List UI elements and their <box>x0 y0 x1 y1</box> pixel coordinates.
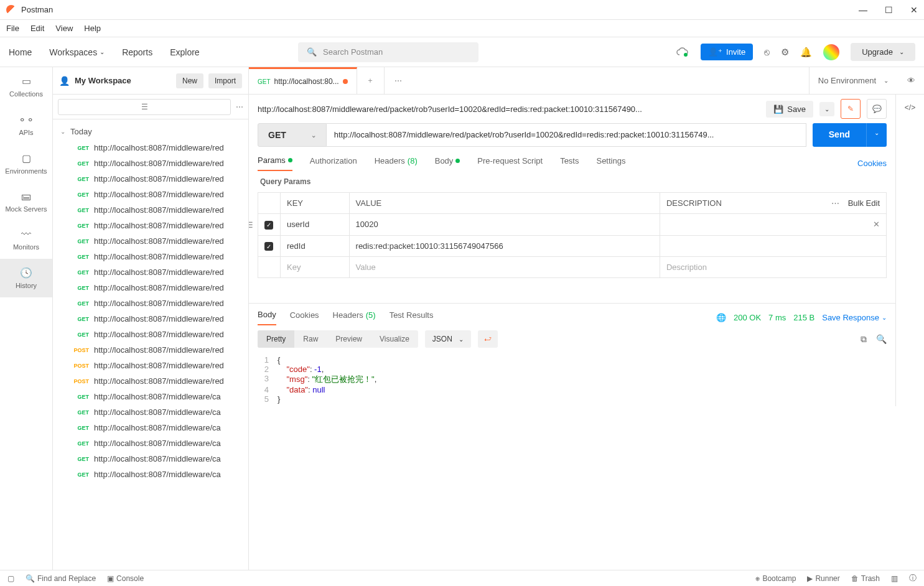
request-name[interactable]: http://localhost:8087/middleware/red/pac… <box>258 105 760 114</box>
param-key-placeholder[interactable]: Key <box>281 257 350 278</box>
import-button[interactable]: Import <box>208 73 242 88</box>
menu-edit[interactable]: Edit <box>30 24 44 33</box>
cookies-link[interactable]: Cookies <box>857 159 887 168</box>
history-item[interactable]: POSThttp://localhost:8087/middleware/red <box>53 358 248 373</box>
save-response-button[interactable]: Save Response⌄ <box>822 313 887 322</box>
upgrade-button[interactable]: Upgrade⌄ <box>851 43 915 61</box>
workspace-name[interactable]: My Workspace <box>75 76 171 85</box>
bulk-edit-link[interactable]: Bulk Edit <box>848 198 880 208</box>
notifications-icon[interactable]: 🔔 <box>800 47 812 58</box>
sync-icon[interactable] <box>676 45 689 59</box>
menu-file[interactable]: File <box>6 24 19 33</box>
param-row-empty[interactable]: Key Value Description <box>258 257 887 278</box>
param-key[interactable]: userId <box>281 214 350 236</box>
history-item[interactable]: GEThttp://localhost:8087/middleware/red <box>53 218 248 233</box>
new-button[interactable]: New <box>176 73 203 88</box>
history-item[interactable]: GEThttp://localhost:8087/middleware/red <box>53 171 248 187</box>
param-desc[interactable]: ✕ <box>660 214 886 236</box>
tab-more-button[interactable]: ⋯ <box>385 67 412 94</box>
param-value-placeholder[interactable]: Value <box>349 257 660 278</box>
user-avatar[interactable] <box>823 44 839 60</box>
method-selector[interactable]: GET⌄ <box>258 123 327 147</box>
network-icon[interactable]: 🌐 <box>716 313 726 322</box>
sidebar-apis[interactable]: ⚬⚬APIs <box>0 106 52 144</box>
code-icon[interactable]: </> <box>905 103 915 112</box>
history-item[interactable]: GEThttp://localhost:8087/middleware/ca <box>53 404 248 420</box>
history-item[interactable]: GEThttp://localhost:8087/middleware/red <box>53 140 248 156</box>
sidebar-collections[interactable]: ▭Collections <box>0 67 52 106</box>
history-item[interactable]: GEThttp://localhost:8087/middleware/ca <box>53 451 248 467</box>
history-item[interactable]: GEThttp://localhost:8087/middleware/red <box>53 202 248 218</box>
nav-reports[interactable]: Reports <box>122 47 152 57</box>
delete-icon[interactable]: ✕ <box>873 220 880 229</box>
trash[interactable]: 🗑Trash <box>851 573 880 584</box>
menu-help[interactable]: Help <box>84 24 101 33</box>
param-value[interactable]: redis:red:packet:10010:31156749047566 <box>349 235 660 257</box>
sidebar-history[interactable]: 🕓History <box>0 259 52 297</box>
save-button[interactable]: 💾Save <box>766 101 813 118</box>
wrap-lines-icon[interactable]: ⮐ <box>478 330 498 348</box>
maximize-icon[interactable]: ☐ <box>885 5 893 15</box>
two-pane-icon[interactable]: ▥ <box>891 573 898 584</box>
format-selector[interactable]: JSON⌄ <box>425 330 471 348</box>
invite-button[interactable]: 👤⁺Invite <box>701 44 753 60</box>
tab-headers[interactable]: Headers (8) <box>375 156 418 170</box>
send-button[interactable]: Send <box>813 123 866 147</box>
param-row[interactable]: ☰✓ userId 10020 ✕ <box>258 214 887 236</box>
nav-home[interactable]: Home <box>9 47 32 57</box>
request-tab[interactable]: GET http://localhost:80... <box>249 67 357 94</box>
view-preview[interactable]: Preview <box>327 330 371 348</box>
console[interactable]: ▣Console <box>107 574 144 583</box>
tab-params[interactable]: Params <box>258 156 292 171</box>
history-list[interactable]: ⌄ Today GEThttp://localhost:8087/middlew… <box>53 119 248 570</box>
param-desc[interactable] <box>660 235 886 257</box>
tab-settings[interactable]: Settings <box>596 156 625 170</box>
tab-body[interactable]: Body <box>435 156 460 170</box>
save-dropdown[interactable]: ⌄ <box>819 102 834 116</box>
settings-icon[interactable]: ⚙ <box>781 47 789 58</box>
environment-selector[interactable]: No Environment ⌄ 👁 <box>809 67 924 94</box>
help-icon[interactable]: ⓘ <box>909 573 917 584</box>
response-body[interactable]: 1{ 2 "code": -1, 3 "msg": "红包已被抢完！", 4 "… <box>249 353 895 406</box>
history-item[interactable]: GEThttp://localhost:8087/middleware/red <box>53 295 248 311</box>
history-item[interactable]: GEThttp://localhost:8087/middleware/ca <box>53 420 248 435</box>
search-response-icon[interactable]: 🔍 <box>876 334 887 344</box>
history-item[interactable]: GEThttp://localhost:8087/middleware/red <box>53 233 248 249</box>
menu-view[interactable]: View <box>55 24 73 33</box>
history-item[interactable]: GEThttp://localhost:8087/middleware/red <box>53 249 248 264</box>
view-pretty[interactable]: Pretty <box>258 330 294 348</box>
history-item[interactable]: GEThttp://localhost:8087/middleware/red <box>53 327 248 342</box>
history-item[interactable]: GEThttp://localhost:8087/middleware/ca <box>53 467 248 482</box>
url-input[interactable]: http://localhost:8087/middleware/red/pac… <box>327 123 806 147</box>
tab-authorization[interactable]: Authorization <box>310 156 357 170</box>
checkbox-checked-icon[interactable]: ✓ <box>264 221 273 230</box>
nav-explore[interactable]: Explore <box>170 47 199 57</box>
resp-tab-body[interactable]: Body <box>258 310 276 325</box>
history-item[interactable]: GEThttp://localhost:8087/middleware/red <box>53 264 248 280</box>
runner[interactable]: ▶Runner <box>807 573 839 584</box>
param-row[interactable]: ✓ redId redis:red:packet:10010:311567490… <box>258 235 887 257</box>
history-item[interactable]: GEThttp://localhost:8087/middleware/ca <box>53 389 248 404</box>
comment-icon[interactable]: 💬 <box>867 99 887 119</box>
bootcamp[interactable]: ⎈Bootcamp <box>755 573 796 584</box>
history-item[interactable]: GEThttp://localhost:8087/middleware/red <box>53 280 248 295</box>
history-group-today[interactable]: ⌄ Today <box>53 123 248 140</box>
sidebar-environments[interactable]: ▢Environments <box>0 144 52 183</box>
resp-tab-headers[interactable]: Headers (5) <box>333 310 376 325</box>
param-key[interactable]: redId <box>281 235 350 257</box>
close-icon[interactable]: ✕ <box>910 5 918 15</box>
search-input[interactable]: 🔍 Search Postman <box>298 42 478 62</box>
history-item[interactable]: GEThttp://localhost:8087/middleware/red <box>53 311 248 327</box>
param-value[interactable]: 10020 <box>349 214 660 236</box>
sidebar-mockservers[interactable]: 🖴Mock Servers <box>0 183 52 221</box>
checkbox-checked-icon[interactable]: ✓ <box>264 242 273 251</box>
environment-preview-icon[interactable]: 👁 <box>907 76 915 85</box>
tab-tests[interactable]: Tests <box>560 156 579 170</box>
nav-workspaces[interactable]: Workspaces⌄ <box>49 47 105 57</box>
history-item[interactable]: GEThttp://localhost:8087/middleware/ca <box>53 435 248 451</box>
view-raw[interactable]: Raw <box>294 330 327 348</box>
tab-prerequest[interactable]: Pre-request Script <box>477 156 543 170</box>
param-desc-placeholder[interactable]: Description <box>660 257 886 278</box>
view-visualize[interactable]: Visualize <box>371 330 418 348</box>
send-dropdown[interactable]: ⌄ <box>866 123 887 147</box>
